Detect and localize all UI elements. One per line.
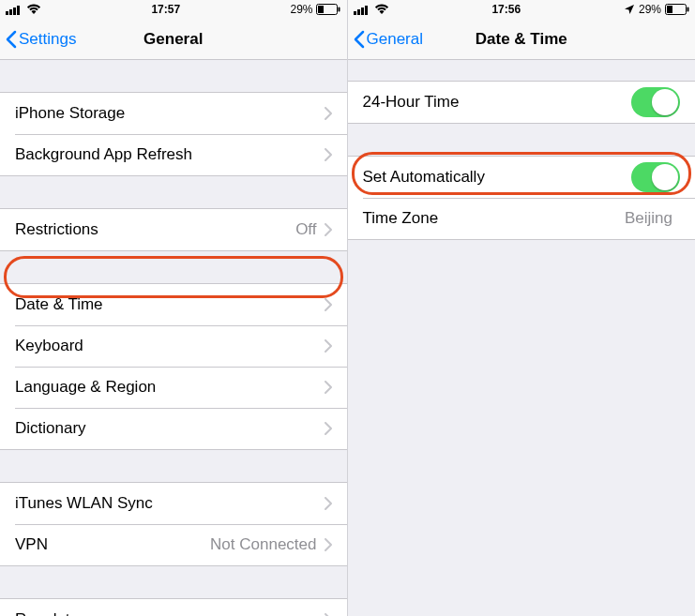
- row-background-app-refresh[interactable]: Background App Refresh: [0, 134, 347, 175]
- toggle-set-automatically[interactable]: [631, 162, 680, 192]
- battery-icon: [665, 4, 689, 15]
- back-button[interactable]: General: [348, 30, 429, 49]
- chevron-left-icon: [6, 30, 17, 49]
- chevron-right-icon: [325, 298, 332, 311]
- svg-rect-12: [667, 6, 672, 13]
- nav-bar: Settings General: [0, 19, 347, 60]
- row-iphone-storage[interactable]: iPhone Storage: [0, 93, 347, 134]
- chevron-right-icon: [325, 538, 332, 551]
- status-time: 17:56: [491, 3, 521, 16]
- status-time: 17:57: [151, 3, 180, 16]
- chevron-right-icon: [325, 497, 332, 510]
- svg-rect-2: [13, 8, 16, 15]
- cellular-icon: [6, 4, 23, 15]
- nav-bar: General Date & Time: [348, 19, 696, 60]
- battery-icon: [316, 4, 340, 15]
- chevron-right-icon: [325, 422, 332, 435]
- row-time-zone[interactable]: Time Zone Beijing: [348, 198, 696, 239]
- row-date-time[interactable]: Date & Time: [0, 284, 347, 325]
- status-bar: 17:57 29%: [0, 0, 347, 19]
- battery-percent: 29%: [290, 3, 312, 16]
- svg-rect-7: [354, 11, 356, 15]
- row-regulatory[interactable]: Regulatory: [0, 599, 347, 616]
- chevron-right-icon: [325, 223, 332, 236]
- back-button[interactable]: Settings: [0, 30, 82, 49]
- screen-date-time: 17:56 29% General Date & Time: [348, 0, 696, 616]
- svg-rect-0: [6, 11, 8, 15]
- svg-rect-1: [9, 9, 12, 15]
- battery-percent: 29%: [639, 3, 661, 16]
- row-keyboard[interactable]: Keyboard: [0, 325, 347, 367]
- content-scroll[interactable]: 24-Hour Time Set Automatically Time Zone…: [348, 60, 696, 616]
- chevron-right-icon: [325, 148, 332, 161]
- location-icon: [624, 4, 635, 15]
- row-language-region[interactable]: Language & Region: [0, 367, 347, 408]
- back-label: Settings: [19, 30, 76, 49]
- svg-rect-13: [687, 8, 688, 12]
- wifi-icon: [26, 4, 41, 15]
- svg-rect-10: [365, 6, 368, 15]
- svg-rect-5: [318, 6, 324, 13]
- row-itunes-wlan-sync[interactable]: iTunes WLAN Sync: [0, 483, 347, 524]
- chevron-left-icon: [354, 30, 365, 49]
- wifi-icon: [374, 4, 389, 15]
- toggle-24-hour-time[interactable]: [631, 87, 680, 117]
- row-restrictions[interactable]: Restrictions Off: [0, 209, 347, 250]
- svg-rect-3: [17, 6, 20, 15]
- row-dictionary[interactable]: Dictionary: [0, 408, 347, 449]
- svg-rect-6: [339, 8, 340, 12]
- content-scroll[interactable]: iPhone Storage Background App Refresh Re…: [0, 60, 347, 616]
- chevron-right-icon: [325, 107, 332, 120]
- back-label: General: [367, 30, 423, 49]
- cellular-icon: [354, 4, 370, 15]
- chevron-right-icon: [325, 381, 332, 394]
- svg-rect-9: [361, 8, 364, 15]
- chevron-right-icon: [325, 339, 332, 353]
- status-bar: 17:56 29%: [348, 0, 696, 19]
- svg-rect-8: [357, 9, 360, 15]
- row-24-hour-time: 24-Hour Time: [348, 82, 696, 123]
- screen-general: 17:57 29% Settings General iPhone Storag…: [0, 0, 348, 616]
- row-set-automatically: Set Automatically: [348, 157, 696, 198]
- row-vpn[interactable]: VPN Not Connected: [0, 524, 347, 565]
